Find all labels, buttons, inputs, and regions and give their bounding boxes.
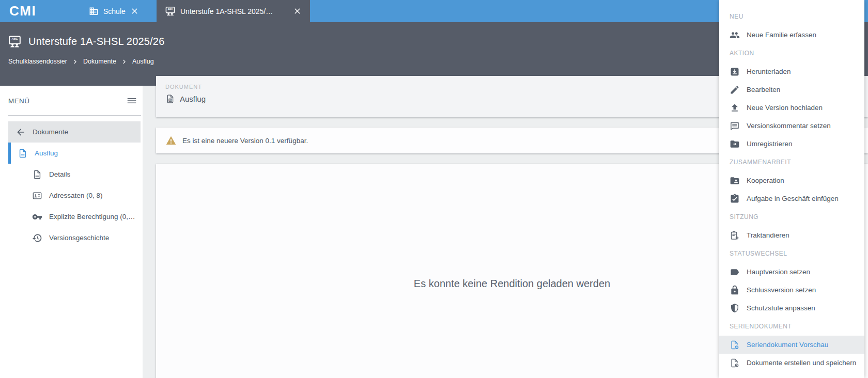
menu-item-kooperation[interactable]: Kooperation — [719, 171, 864, 190]
comment-icon — [730, 121, 740, 131]
breadcrumb-item[interactable]: Schulklassendossier — [8, 58, 67, 65]
sidebar-item-details[interactable]: Details — [8, 164, 141, 185]
tab-label: Schule — [103, 7, 126, 15]
menu-item-herunterladen[interactable]: Herunterladen — [719, 62, 864, 81]
menu-item-label: Kooperation — [747, 177, 784, 184]
document-save-icon — [730, 358, 740, 368]
menu-item-label: Aufgabe in Geschäft einfügen — [747, 195, 839, 202]
sidebar-item-explizite-berechtigung[interactable]: Explizite Berechtigung (0,… — [8, 206, 141, 227]
warning-text: Es ist eine neuere Version 0.1 verfügbar… — [182, 137, 308, 145]
menu-item-seriendokument-vorschau[interactable]: Seriendokument Vorschau — [719, 336, 864, 354]
menu-item-label: Schlussversion setzen — [747, 286, 816, 294]
document-icon — [32, 169, 42, 180]
menu-item-dokumente-erstellen-und-speichern[interactable]: Dokumente erstellen und speichern — [719, 354, 864, 372]
people-icon — [730, 30, 740, 40]
sidebar-item-label: Versionsgeschichte — [49, 234, 109, 242]
sidebar-item-label: Dokumente — [33, 128, 68, 136]
word-document-icon: W — [165, 94, 175, 104]
hamburger-icon[interactable] — [126, 95, 137, 106]
menu-item-label: Seriendokument Vorschau — [747, 341, 828, 349]
sidebar-item-label: Adressaten (0, 8) — [49, 192, 103, 199]
sidebar-item-versionsgeschichte[interactable]: Versionsgeschichte — [8, 227, 141, 248]
close-icon[interactable] — [293, 7, 302, 15]
menu-item-hauptversion-setzen[interactable]: Hauptversion setzen — [719, 263, 864, 281]
menu-item-aufgabe-in-geschaeft-einfuegen[interactable]: Aufgabe in Geschäft einfügen — [719, 190, 864, 208]
header-extension — [0, 76, 156, 86]
download-icon — [730, 67, 740, 77]
key-icon — [32, 212, 42, 222]
agenda-add-icon — [730, 230, 740, 241]
menu-item-label: Herunterladen — [747, 68, 791, 75]
menu-section-seriendokument: SERIENDOKUMENT — [719, 317, 864, 336]
breadcrumb-item[interactable]: Dokumente — [83, 58, 116, 65]
rendition-error-message: Es konnte keine Rendition geladen werden — [414, 278, 610, 290]
tab-schule[interactable]: Schule — [82, 0, 146, 22]
menu-item-label: Dokumente erstellen und speichern — [747, 359, 856, 367]
close-icon[interactable] — [130, 7, 139, 15]
menu-item-traktandieren[interactable]: Traktandieren — [719, 226, 864, 244]
classroom-icon: ABC — [165, 6, 176, 17]
tab-label: Unterstufe 1A-SHSL 2025/… — [180, 7, 273, 15]
back-arrow-icon — [16, 127, 26, 137]
menu-item-label: Schutzstufe anpassen — [747, 304, 815, 312]
menu-item-label: Traktandieren — [747, 231, 789, 239]
svg-text:ABC: ABC — [168, 8, 173, 10]
menu-item-label: Hauptversion setzen — [747, 268, 810, 276]
document-title: Ausflug — [180, 94, 206, 103]
menu-item-umregistrieren[interactable]: Umregistrieren — [719, 135, 864, 153]
lock-icon — [730, 285, 740, 295]
menu-item-versionskommentar-setzen[interactable]: Versionskommentar setzen — [719, 117, 864, 135]
warning-icon — [165, 135, 177, 146]
app-logo: CMI — [9, 0, 36, 22]
chevron-right-icon — [121, 59, 127, 65]
building-icon — [89, 6, 99, 16]
menu-section-statuswechsel: STATUSWECHSEL — [719, 244, 864, 263]
sidebar-item-label: Details — [49, 170, 70, 178]
menu-item-neue-version-hochladen[interactable]: Neue Version hochladen — [719, 99, 864, 117]
upload-icon — [730, 103, 740, 113]
menu-item-label: Versionskommentar setzen — [747, 122, 831, 130]
sidebar-item-ausflug[interactable]: Ausflug — [8, 143, 141, 164]
tag-icon — [730, 267, 740, 277]
folder-shared-icon — [730, 176, 740, 186]
menu-section-neu: NEU — [719, 7, 864, 26]
menu-section-zusammenarbeit: ZUSAMMENARBEIT — [719, 153, 864, 171]
shield-icon — [730, 303, 740, 313]
menu-item-label: Neue Familie erfassen — [747, 31, 816, 39]
menu-item-schutzstufe-anpassen[interactable]: Schutzstufe anpassen — [719, 299, 864, 317]
menu-item-bearbeiten[interactable]: Bearbeiten — [719, 81, 864, 99]
pencil-icon — [730, 85, 740, 95]
chevron-right-icon — [72, 59, 78, 65]
menu-item-label: Bearbeiten — [747, 86, 780, 93]
folder-move-icon — [730, 139, 740, 149]
task-check-icon — [730, 194, 740, 204]
svg-text:W: W — [169, 99, 172, 101]
breadcrumb: Schulklassendossier Dokumente Ausflug — [8, 58, 154, 65]
sidebar-item-label: Explizite Berechtigung (0,… — [49, 213, 135, 220]
contact-card-icon — [32, 191, 42, 201]
document-icon — [18, 148, 28, 159]
menu-section-sitzung: SITZUNG — [719, 208, 864, 226]
sidebar-item-dokumente[interactable]: Dokumente — [8, 121, 141, 143]
menu-item-label: Neue Version hochladen — [747, 104, 823, 112]
page-title: Unterstufe 1A-SHSL 2025/26 — [28, 36, 165, 48]
tab-unterstufe[interactable]: ABC Unterstufe 1A-SHSL 2025/… — [157, 0, 310, 22]
menu-item-schlussversion-setzen[interactable]: Schlussversion setzen — [719, 281, 864, 299]
menu-item-neue-familie-erfassen[interactable]: Neue Familie erfassen — [719, 26, 864, 44]
breadcrumb-item: Ausflug — [132, 58, 154, 65]
menu-section-aktion: AKTION — [719, 44, 864, 62]
sidebar-item-adressaten[interactable]: Adressaten (0, 8) — [8, 185, 141, 206]
svg-text:ABC: ABC — [11, 37, 18, 40]
menu-item-label: Umregistrieren — [747, 140, 793, 148]
history-icon — [32, 233, 42, 243]
classroom-icon: ABC — [8, 35, 22, 49]
sidebar-divider — [8, 115, 141, 116]
sidebar: MENÜ Dokumente Ausflug — [0, 86, 143, 378]
sidebar-item-label: Ausflug — [35, 149, 58, 157]
menu-title: MENÜ — [8, 97, 29, 105]
app-window: CMI Schule ABC Unterstufe 1A-SHSL 2025/…… — [0, 0, 868, 378]
context-menu: NEU Neue Familie erfassen AKTION Herunte… — [719, 0, 864, 378]
document-preview-icon — [730, 340, 740, 350]
